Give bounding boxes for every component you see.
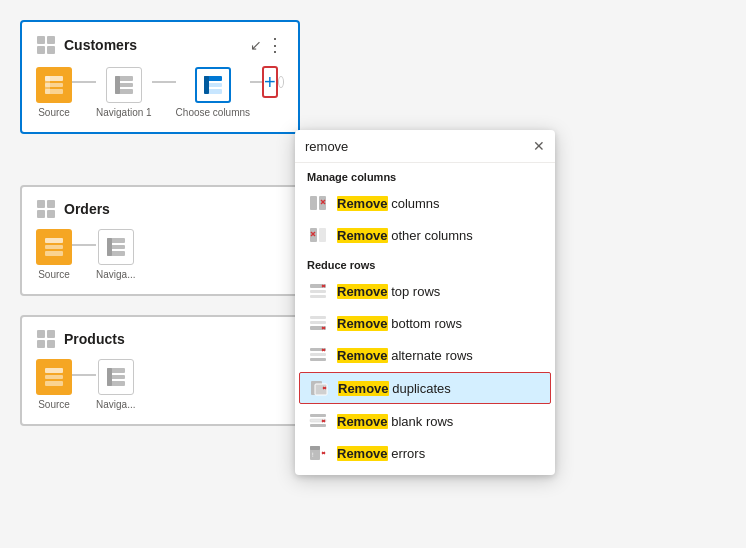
remove-blank-rows-label: Remove blank rows: [337, 414, 453, 429]
customers-table-icon: [36, 35, 56, 55]
svg-rect-51: [310, 316, 326, 319]
more-options-icon[interactable]: ⋮: [266, 34, 284, 56]
remove-top-rows-item[interactable]: Remove top rows: [295, 275, 555, 307]
choose-columns-step[interactable]: Choose columns: [176, 67, 250, 118]
source-step[interactable]: Source: [36, 67, 72, 118]
products-nav-step[interactable]: Naviga...: [96, 359, 135, 410]
products-source-label: Source: [38, 399, 70, 410]
remove-blank-rows-item[interactable]: Remove blank rows: [295, 405, 555, 437]
svg-rect-43: [319, 228, 326, 242]
svg-rect-17: [47, 200, 55, 208]
orders-card-header: Orders: [36, 199, 284, 219]
remove-other-columns-item[interactable]: Remove other columns: [295, 219, 555, 251]
svg-rect-38: [310, 196, 317, 210]
remove-duplicates-icon: [308, 377, 330, 399]
svg-rect-62: [315, 384, 327, 395]
remove-bottom-rows-label: Remove bottom rows: [337, 316, 462, 331]
remove-alternate-rows-svg: [309, 346, 327, 364]
orders-source-step[interactable]: Source: [36, 229, 72, 280]
svg-rect-47: [310, 290, 326, 293]
end-dot: [278, 76, 284, 88]
customers-title-area: Customers: [36, 35, 137, 55]
customers-card: Customers ↙ ⋮ Source: [20, 20, 300, 134]
customers-steps-row: Source Navigation 1: [36, 66, 284, 118]
remove-blank-rows-icon: [307, 410, 329, 432]
svg-rect-21: [45, 245, 63, 249]
remove-duplicates-item[interactable]: Remove duplicates: [299, 372, 551, 404]
navigation-step[interactable]: Navigation 1: [96, 67, 152, 118]
svg-rect-28: [47, 330, 55, 338]
svg-rect-37: [107, 368, 112, 386]
remove-other-columns-svg: [309, 226, 327, 244]
orders-source-table-icon: [44, 237, 64, 257]
svg-rect-58: [310, 358, 326, 361]
orders-nav-step[interactable]: Naviga...: [96, 229, 135, 280]
svg-rect-32: [45, 375, 63, 379]
remove-duplicates-svg: [310, 379, 328, 397]
svg-rect-57: [310, 353, 326, 356]
svg-rect-19: [47, 210, 55, 218]
remove-columns-item[interactable]: Remove columns: [295, 187, 555, 219]
manage-columns-header: Manage columns: [295, 163, 555, 187]
orders-card: Orders Source: [20, 185, 300, 296]
remove-top-rows-label: Remove top rows: [337, 284, 440, 299]
remove-errors-label: Remove errors: [337, 446, 425, 461]
remove-top-rows-icon: [307, 280, 329, 302]
remove-bottom-rows-svg: [309, 314, 327, 332]
orders-nav-label: Naviga...: [96, 269, 135, 280]
svg-rect-48: [310, 295, 326, 298]
svg-rect-3: [47, 46, 55, 54]
remove-bottom-rows-item[interactable]: Remove bottom rows: [295, 307, 555, 339]
connector-1: [72, 81, 96, 83]
navigation-icon: [106, 67, 142, 103]
remove-errors-item[interactable]: ! Remove errors: [295, 437, 555, 469]
products-card: Products Source: [20, 315, 300, 426]
remove-other-columns-icon: [307, 224, 329, 246]
svg-rect-16: [37, 200, 45, 208]
add-step-button[interactable]: +: [262, 66, 278, 98]
remove-other-columns-label: Remove other columns: [337, 228, 473, 243]
remove-alternate-rows-label: Remove alternate rows: [337, 348, 473, 363]
remove-errors-svg: !: [309, 444, 327, 462]
remove-alternate-rows-item[interactable]: Remove alternate rows: [295, 339, 555, 371]
svg-rect-7: [45, 76, 50, 94]
navigation-label: Navigation 1: [96, 107, 152, 118]
products-source-step[interactable]: Source: [36, 359, 72, 410]
search-input[interactable]: [305, 139, 527, 154]
clear-search-icon[interactable]: ✕: [533, 138, 545, 154]
svg-rect-26: [107, 238, 112, 256]
source-table-icon: [44, 75, 64, 95]
svg-rect-52: [310, 321, 326, 324]
orders-steps-row: Source Naviga...: [36, 229, 284, 280]
remove-blank-rows-svg: [309, 412, 327, 430]
customers-card-header: Customers ↙ ⋮: [36, 34, 284, 56]
products-nav-label: Naviga...: [96, 399, 135, 410]
products-source-icon: [36, 359, 72, 395]
choose-columns-table-icon: [203, 75, 223, 95]
svg-rect-20: [45, 238, 63, 243]
source-icon: [36, 67, 72, 103]
reduce-rows-header: Reduce rows: [295, 251, 555, 275]
remove-errors-icon: !: [307, 442, 329, 464]
svg-rect-71: [310, 446, 320, 450]
remove-columns-icon: [307, 192, 329, 214]
connector-2: [152, 81, 176, 83]
source-label: Source: [38, 107, 70, 118]
orders-title: Orders: [64, 201, 110, 217]
orders-source-label: Source: [38, 269, 70, 280]
svg-rect-27: [37, 330, 45, 338]
svg-rect-67: [310, 424, 326, 427]
products-nav-table-icon: [106, 367, 126, 387]
svg-rect-31: [45, 368, 63, 373]
products-table-icon: [36, 329, 56, 349]
products-source-table-icon: [44, 367, 64, 387]
products-card-header: Products: [36, 329, 284, 349]
remove-top-rows-svg: [309, 282, 327, 300]
collapse-icon[interactable]: ↙: [250, 37, 262, 53]
svg-rect-2: [37, 46, 45, 54]
remove-columns-svg: [309, 194, 327, 212]
customers-card-actions: ↙ ⋮: [250, 34, 284, 56]
svg-rect-30: [47, 340, 55, 348]
svg-rect-15: [204, 76, 209, 94]
products-title: Products: [64, 331, 125, 347]
